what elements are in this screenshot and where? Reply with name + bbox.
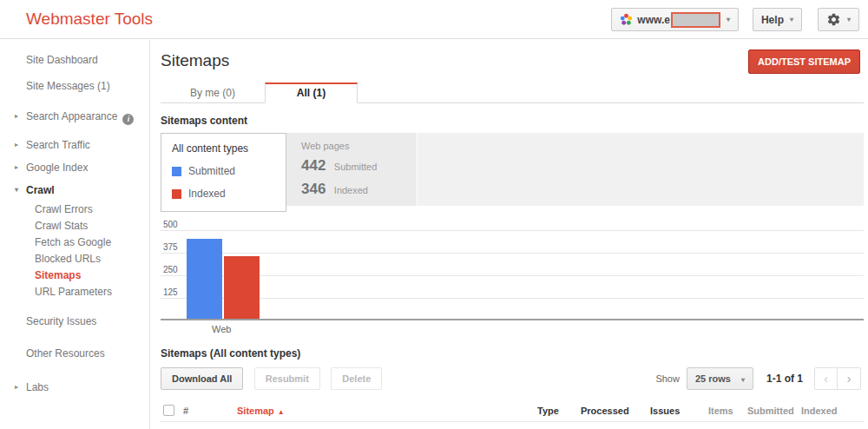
column-header-submitted[interactable]: Submitted [747, 400, 801, 422]
column-header-num: # [183, 400, 206, 422]
row-type: Sitemap [537, 422, 581, 429]
legend-label-submitted: Submitted [188, 165, 235, 177]
row-indexed: 346 [801, 422, 864, 429]
sidebar-item-crawl-stats[interactable]: Crawl Stats [0, 218, 149, 234]
help-label: Help [761, 14, 784, 26]
content-type-selector-card[interactable]: All content types Submitted Indexed [161, 133, 286, 212]
sidebar-item-label: Search Traffic [26, 139, 90, 151]
sidebar-item-labs[interactable]: ▸ Labs [0, 376, 149, 399]
y-tick-label: 125 [163, 287, 178, 297]
show-label: Show [655, 373, 680, 384]
sidebar-item-crawl-errors[interactable]: Crawl Errors [0, 201, 149, 218]
summary-panel: Web pages 442 Submitted 346 Indexed [286, 133, 864, 206]
indexed-label: Indexed [334, 185, 368, 195]
previous-page-button[interactable]: ‹ [814, 367, 838, 390]
sidebar-item-label: Crawl Errors [35, 203, 93, 215]
chevron-right-icon: ▸ [15, 112, 18, 120]
legend-label-indexed: Indexed [188, 188, 226, 200]
gridline: 500 [161, 230, 864, 231]
chevron-down-icon: ▾ [847, 16, 851, 23]
row-submitted: 442 [747, 422, 801, 429]
y-tick-label: 375 [163, 242, 178, 252]
tab-all[interactable]: All (1) [265, 82, 358, 103]
redacted-site-name [671, 12, 720, 28]
column-header-sitemap[interactable]: Sitemap▲ [237, 400, 537, 422]
sidebar-item-google-index[interactable]: ▸ Google Index [0, 156, 149, 179]
table-toolbar: Download All Resubmit Delete Show 25 row… [161, 367, 864, 391]
legend-swatch-indexed [172, 189, 181, 199]
chevron-down-icon: ▾ [727, 16, 730, 23]
site-selector-dropdown[interactable]: www.e ▾ [611, 8, 739, 31]
tab-bar: By me (0) All (1) [161, 82, 864, 103]
content-type-title: All content types [172, 142, 286, 155]
sidebar-item-label: Crawl [26, 184, 55, 196]
sidebar-item-label: Security Issues [26, 315, 96, 327]
column-header-type[interactable]: Type [537, 400, 581, 422]
sidebar-item-site-messages[interactable]: Site Messages (1) [0, 75, 149, 97]
column-header-processed[interactable]: Processed [581, 400, 650, 422]
sidebar-item-search-appearance[interactable]: ▸ Search Appearancei [0, 105, 149, 130]
resubmit-button[interactable]: Resubmit [254, 367, 320, 390]
sidebar-item-label: Labs [26, 381, 49, 393]
chevron-right-icon: ▸ [15, 141, 18, 148]
gridline: 375 [161, 253, 864, 254]
indexed-count: 346 [301, 181, 326, 197]
info-icon[interactable]: i [122, 114, 134, 125]
submitted-label: Submitted [334, 162, 378, 172]
site-selector-label: www.e [637, 14, 670, 26]
sidebar-item-label: Sitemaps [35, 269, 81, 281]
sidebar-item-other-resources[interactable]: Other Resources [0, 342, 149, 365]
chevron-right-icon: ▸ [15, 163, 18, 171]
sidebar-item-label: Fetch as Google [35, 236, 111, 248]
main-content: Sitemaps ADD/TEST SITEMAP By me (0) All … [161, 39, 864, 429]
legend-swatch-submitted [172, 167, 181, 176]
add-test-sitemap-button[interactable]: ADD/TEST SITEMAP [748, 50, 860, 74]
summary-title: Web pages [301, 141, 417, 151]
sidebar-item-security-issues[interactable]: Security Issues [0, 310, 149, 333]
gear-icon [826, 12, 841, 27]
row-processed: Nov 29, 2013 [581, 422, 650, 429]
column-header-items[interactable]: Items [708, 400, 747, 422]
web-pages-summary-card[interactable]: Web pages 442 Submitted 346 Indexed [286, 133, 418, 206]
sidebar-item-blocked-urls[interactable]: Blocked URLs [0, 251, 149, 267]
sidebar-item-label: Crawl Stats [35, 220, 88, 232]
sidebar-item-fetch-as-google[interactable]: Fetch as Google [0, 234, 149, 251]
y-tick-label: 500 [163, 220, 178, 229]
settings-dropdown-button[interactable]: ▾ [818, 8, 859, 31]
sitemaps-bar-chart: 500 375 250 125 Web [161, 221, 864, 334]
download-all-button[interactable]: Download All [161, 367, 243, 390]
sidebar-item-label: Google Index [26, 162, 88, 174]
help-dropdown-button[interactable]: Help ▾ [753, 8, 802, 31]
next-page-button[interactable]: › [838, 367, 861, 390]
submitted-count: 442 [301, 157, 326, 174]
sidebar-item-label: Other Resources [26, 347, 105, 360]
column-header-issues[interactable]: Issues [650, 400, 708, 422]
row-items: Web [708, 422, 747, 429]
y-tick-label: 250 [163, 265, 178, 274]
sitemaps-table-heading: Sitemaps (All content types) [161, 347, 864, 360]
rows-per-page-dropdown[interactable]: 25 rows ▾ [687, 367, 753, 390]
tab-by-me[interactable]: By me (0) [161, 82, 265, 102]
gridline: 125 [161, 298, 864, 299]
sidebar-nav: Site Dashboard Site Messages (1) ▸ Searc… [0, 40, 150, 429]
bar-submitted [187, 239, 222, 319]
sidebar-item-sitemaps[interactable]: Sitemaps [0, 267, 149, 284]
pagination-range: 1-1 of 1 [766, 373, 803, 385]
table-row: 1 /Sitemap/CMSitemap_4.xml Sitemap Nov 2… [161, 422, 864, 429]
sort-ascending-icon: ▲ [278, 408, 285, 416]
column-header-indexed[interactable]: Indexed [801, 400, 864, 422]
chevron-right-icon: ▸ [15, 383, 18, 391]
sidebar-item-crawl[interactable]: ▾ Crawl [0, 179, 149, 201]
sidebar-item-label: Search Appearance [26, 110, 117, 122]
sidebar-item-label: Site Dashboard [26, 54, 98, 66]
select-all-checkbox[interactable] [163, 405, 174, 416]
sitemaps-content-heading: Sitemaps content [161, 115, 864, 127]
sidebar-item-url-parameters[interactable]: URL Parameters [0, 284, 149, 300]
sidebar-item-site-dashboard[interactable]: Site Dashboard [0, 49, 149, 71]
sitemaps-table: # Sitemap▲ Type Processed Issues Items S… [161, 400, 864, 429]
rows-per-page-value: 25 rows [695, 373, 731, 384]
table-header-row: # Sitemap▲ Type Processed Issues Items S… [161, 400, 864, 422]
sidebar-item-search-traffic[interactable]: ▸ Search Traffic [0, 134, 149, 156]
delete-button[interactable]: Delete [331, 367, 382, 390]
bar-indexed [224, 256, 260, 319]
